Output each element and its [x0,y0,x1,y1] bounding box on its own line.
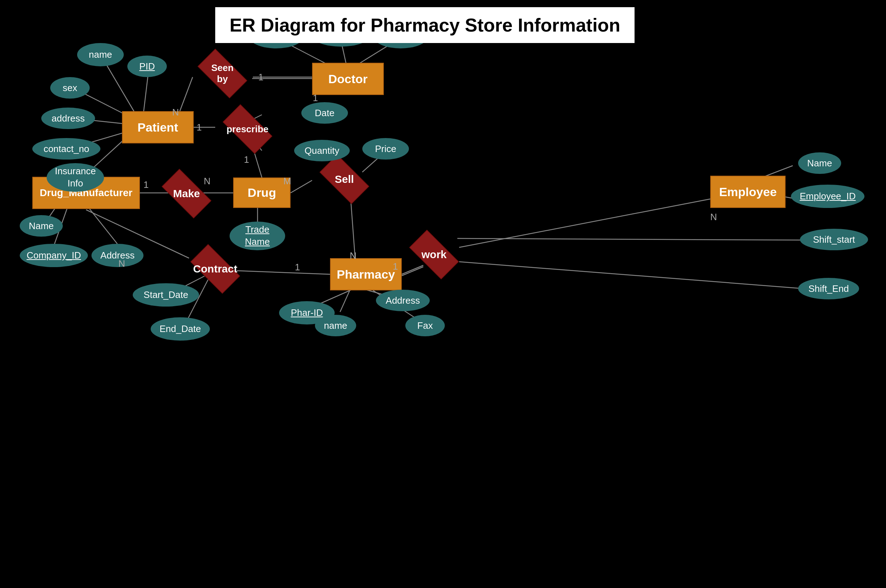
card-make-mfr-1: 1 [144,179,149,190]
attr-trade-name: TradeName [230,222,285,250]
attr-start-date: Start_Date [133,283,199,306]
svg-line-31 [457,238,831,240]
attr-price: Price [362,138,409,159]
card-patient-seen-n: N [172,107,179,118]
attr-employee-id: Employee_ID [791,184,865,208]
svg-line-28 [459,199,710,248]
attr-name: name [77,43,124,66]
entity-pharmacy: Pharmacy [330,258,402,290]
attr-fax: Fax [405,315,445,336]
card-contract-mfr-n: N [119,258,125,269]
attr-contact-no: contact_no [32,138,101,159]
attr-shift-start: Shift_start [800,229,868,250]
attr-shift-end: Shift_End [798,278,859,299]
card-doctor-1: 1 [313,93,318,104]
card-work-phar-n: N [350,250,357,261]
attr-mfr-address: Address [92,244,144,267]
attr-quantity: Quantity [294,140,350,161]
entity-doctor: Doctor [312,63,384,95]
attr-sex: sex [50,77,90,99]
attr-company-id: Company_ID [20,244,88,267]
relationship-sell: Sell [312,161,377,197]
er-diagram: ER Diagram for Pharmacy Store Informatio… [0,0,886,588]
svg-line-38 [340,290,350,312]
svg-line-32 [459,262,827,290]
relationship-seen-by: Seen by [190,56,255,92]
entity-drug: Drug [233,177,291,208]
entity-patient: Patient [122,111,194,143]
svg-line-19 [291,180,312,193]
attr-end-date: End_Date [151,317,210,340]
card-patient-prescribe-1: 1 [197,122,201,133]
card-make-n: N [204,176,210,187]
attr-emp-name: Name [798,152,841,174]
card-drug-sell-m: M [283,176,291,187]
card-work-phar-1: 1 [393,261,398,272]
attr-phar-name: name [315,315,356,336]
relationship-work: work [402,237,466,273]
card-work-emp-n: N [710,212,717,223]
attr-phar-address: Address [376,290,430,311]
diagram-title: ER Diagram for Pharmacy Store Informatio… [215,7,635,43]
attr-address: address [41,108,95,129]
attr-pid: PID [127,56,167,77]
entity-employee: Employee [710,176,785,208]
attr-date: Date [301,102,348,124]
card-prescribe-drug-1: 1 [244,154,249,165]
relationship-contract: Contract [183,251,248,287]
svg-line-34 [237,271,330,274]
relationship-prescribe: prescribe [215,111,280,147]
attr-mfr-name: Name [20,215,63,237]
card-seen-doctor-1: 1 [258,72,263,83]
attr-insurance-info: InsuranceInfo [47,163,104,192]
card-contract-phar-1: 1 [295,262,300,273]
